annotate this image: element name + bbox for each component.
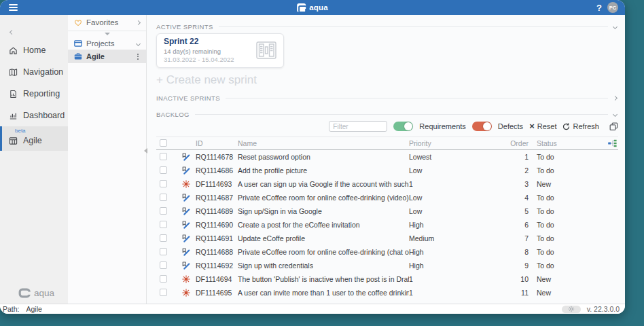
sidebar-item-navigation[interactable]: Navigation xyxy=(0,61,68,83)
item-type-icon xyxy=(177,289,196,297)
item-id: RQ1114678 xyxy=(196,153,238,161)
item-name: Private eCoffee room for online coffee-d… xyxy=(238,248,409,256)
dashboard-icon xyxy=(9,111,18,120)
item-name: Update eCoffe profile xyxy=(238,234,409,242)
chevron-down-icon[interactable] xyxy=(613,24,618,29)
item-status: To do xyxy=(533,221,601,229)
app-window: aqua ? PC Home Navigation Repo xyxy=(0,0,625,314)
project-item-label: Agile xyxy=(86,52,132,60)
col-status[interactable]: Status xyxy=(533,139,601,147)
table-row[interactable]: RQ1114678 Reset password option Lowest 1… xyxy=(156,150,618,164)
sidebar-item-label: Dashboard xyxy=(23,111,65,120)
inactive-sprints-label: INACTIVE SPRINTS xyxy=(156,94,220,102)
table-row[interactable]: DF1114695 A user can invite more than 1 … xyxy=(156,286,618,300)
item-name: Add the profile picture xyxy=(238,166,409,175)
table-row[interactable]: RQ1114686 Add the profile picture Low 2 … xyxy=(156,164,618,177)
col-name[interactable]: Name xyxy=(238,139,409,147)
item-order: 9 xyxy=(509,261,533,270)
beta-badge: beta xyxy=(15,128,26,134)
row-checkbox[interactable] xyxy=(160,221,167,228)
collapse-sidebar-button[interactable] xyxy=(10,24,14,37)
project-item-agile[interactable]: Agile xyxy=(68,50,146,63)
app-logo: aqua xyxy=(297,3,328,12)
row-checkbox[interactable] xyxy=(160,248,167,255)
item-type-icon xyxy=(177,166,196,175)
section-divider xyxy=(226,98,608,98)
kebab-menu-icon[interactable] xyxy=(136,52,140,61)
requirement-icon xyxy=(182,166,190,175)
create-new-sprint-button[interactable]: + Create new sprint xyxy=(156,73,618,87)
table-row[interactable]: RQ1114691 Update eCoffe profile Medium 7… xyxy=(156,232,618,245)
sidebar-item-home[interactable]: Home xyxy=(0,39,68,61)
col-priority[interactable]: Priority xyxy=(409,139,509,147)
filter-input[interactable] xyxy=(329,121,387,132)
item-id: DF1114694 xyxy=(196,275,238,283)
sprint-dates: 31.03.2022 - 15.04.2022 xyxy=(164,56,234,63)
table-row[interactable]: RQ1114689 Sign up/Sign in via Google Low… xyxy=(156,204,618,218)
chevron-right-icon[interactable] xyxy=(613,95,618,100)
item-order: 7 xyxy=(509,234,533,242)
requirement-icon xyxy=(182,261,190,270)
row-checkbox[interactable] xyxy=(160,166,167,174)
sprint-card[interactable]: Sprint 22 14 day(s) remaining 31.03.2022… xyxy=(156,33,284,68)
table-row[interactable]: DF1114694 The button 'Publish' is inacti… xyxy=(156,272,618,286)
column-chooser-button[interactable] xyxy=(609,122,618,131)
sprint-remaining: 14 day(s) remaining xyxy=(164,48,234,55)
item-id: RQ1114690 xyxy=(196,221,238,229)
table-row[interactable]: RQ1114687 Private eCoffee room for onlin… xyxy=(156,191,618,204)
help-icon[interactable]: ? xyxy=(596,3,602,13)
panel-splitter[interactable] xyxy=(68,31,146,37)
select-all-checkbox[interactable] xyxy=(160,139,167,147)
row-checkbox[interactable] xyxy=(160,234,167,242)
aqua-logo-icon xyxy=(297,3,306,12)
requirement-icon xyxy=(182,234,190,242)
bug-icon xyxy=(182,180,190,188)
projects-row[interactable]: Projects xyxy=(68,37,146,50)
chevron-down-icon[interactable] xyxy=(613,111,618,116)
table-row[interactable]: RQ1114692 Sign up with credentials High … xyxy=(156,259,618,272)
projects-label: Projects xyxy=(86,39,132,48)
requirements-toggle[interactable] xyxy=(393,122,413,131)
item-order: 8 xyxy=(509,248,533,256)
row-checkbox[interactable] xyxy=(160,275,167,283)
sidebar-item-label: Agile xyxy=(23,136,42,145)
item-type-icon xyxy=(177,180,196,188)
item-status: To do xyxy=(533,194,601,202)
item-priority: Low xyxy=(409,207,509,215)
table-row[interactable]: RQ1114688 Private eCoffee room for onlin… xyxy=(156,245,618,259)
sidebar-item-dashboard[interactable]: Dashboard xyxy=(0,105,68,126)
row-checkbox[interactable] xyxy=(160,153,167,160)
item-id: RQ1114688 xyxy=(196,248,238,256)
table-row[interactable]: DF1114693 A user can sign up via Google … xyxy=(156,177,618,191)
settings-button[interactable] xyxy=(562,306,581,313)
table-row[interactable]: RQ1114690 Create a post for the eCoffee … xyxy=(156,218,618,232)
col-id[interactable]: ID xyxy=(196,139,238,147)
col-order[interactable]: Order xyxy=(509,139,533,147)
user-avatar[interactable]: PC xyxy=(607,2,618,13)
item-type-icon xyxy=(177,153,196,161)
close-icon: × xyxy=(529,123,535,130)
hamburger-menu-icon[interactable] xyxy=(9,4,18,11)
row-checkbox[interactable] xyxy=(160,180,167,187)
item-id: RQ1114686 xyxy=(196,166,238,175)
item-status: New xyxy=(533,289,601,297)
aqua-logo-gray-icon xyxy=(18,288,31,298)
hierarchy-icon[interactable] xyxy=(608,139,617,147)
table-header: ID Name Priority Order Status xyxy=(156,137,618,150)
item-priority: High xyxy=(409,248,509,256)
sidebar-item-agile[interactable]: beta Agile xyxy=(0,126,68,151)
row-checkbox[interactable] xyxy=(160,289,167,296)
item-id: DF1114693 xyxy=(196,180,238,188)
reset-button[interactable]: × Reset xyxy=(529,122,556,130)
item-status: To do xyxy=(533,166,601,175)
item-id: RQ1114687 xyxy=(196,194,238,202)
row-checkbox[interactable] xyxy=(160,194,167,201)
favorites-row[interactable]: Favorites xyxy=(68,15,146,30)
row-checkbox[interactable] xyxy=(160,261,167,269)
section-divider xyxy=(195,114,608,115)
refresh-button[interactable]: Refresh xyxy=(562,122,599,130)
sidebar-item-reporting[interactable]: Reporting xyxy=(0,83,68,105)
defects-toggle[interactable] xyxy=(472,122,492,131)
item-order: 5 xyxy=(509,207,533,215)
row-checkbox[interactable] xyxy=(160,207,167,215)
